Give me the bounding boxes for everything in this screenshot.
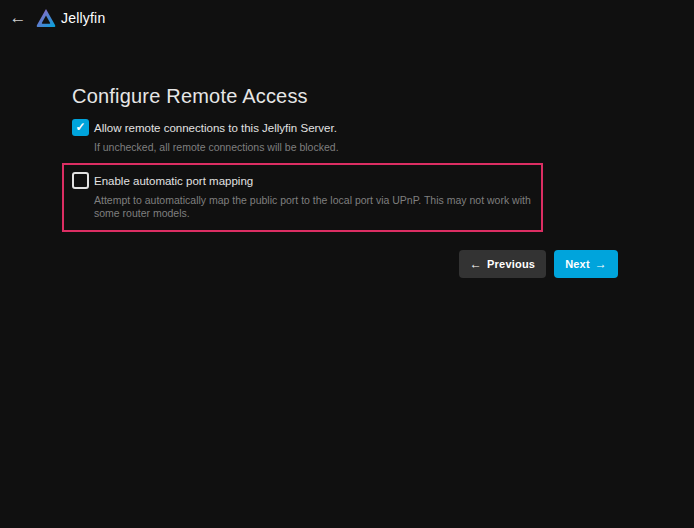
next-arrow-icon: →: [595, 257, 607, 271]
port-mapping-label: Enable automatic port mapping: [94, 174, 533, 188]
port-mapping-text: Enable automatic port mapping Attempt to…: [94, 172, 533, 220]
jellyfin-logo-icon: [35, 7, 57, 29]
port-mapping-checkbox[interactable]: [72, 172, 89, 189]
next-button[interactable]: Next →: [554, 250, 618, 278]
top-bar: ← Jellyfin: [0, 0, 694, 36]
jellyfin-setup-screen: ← Jellyfin Configure Remote Access ✓: [0, 0, 694, 528]
previous-arrow-icon: ←: [470, 257, 482, 271]
app-title: Jellyfin: [61, 10, 105, 26]
page-title: Configure Remote Access: [72, 86, 618, 107]
next-button-label: Next: [565, 258, 590, 270]
back-arrow-icon: ←: [10, 8, 27, 27]
previous-button[interactable]: ← Previous: [459, 250, 546, 278]
remote-connections-checkbox[interactable]: ✓: [72, 119, 89, 136]
previous-button-label: Previous: [487, 258, 535, 270]
wizard-nav-buttons: ← Previous Next →: [72, 250, 618, 278]
remote-connections-text: Allow remote connections to this Jellyfi…: [94, 119, 339, 154]
remote-connections-description: If unchecked, all remote connections wil…: [94, 141, 339, 154]
highlight-box: Enable automatic port mapping Attempt to…: [62, 163, 543, 232]
checkmark-icon: ✓: [75, 119, 85, 136]
back-button[interactable]: ←: [6, 6, 30, 30]
port-mapping-field: Enable automatic port mapping Attempt to…: [72, 172, 533, 220]
wizard-content: Configure Remote Access ✓ Allow remote c…: [72, 86, 618, 278]
remote-connections-field: ✓ Allow remote connections to this Jelly…: [72, 119, 618, 154]
remote-connections-label: Allow remote connections to this Jellyfi…: [94, 121, 339, 135]
port-mapping-description: Attempt to automatically map the public …: [94, 194, 533, 220]
